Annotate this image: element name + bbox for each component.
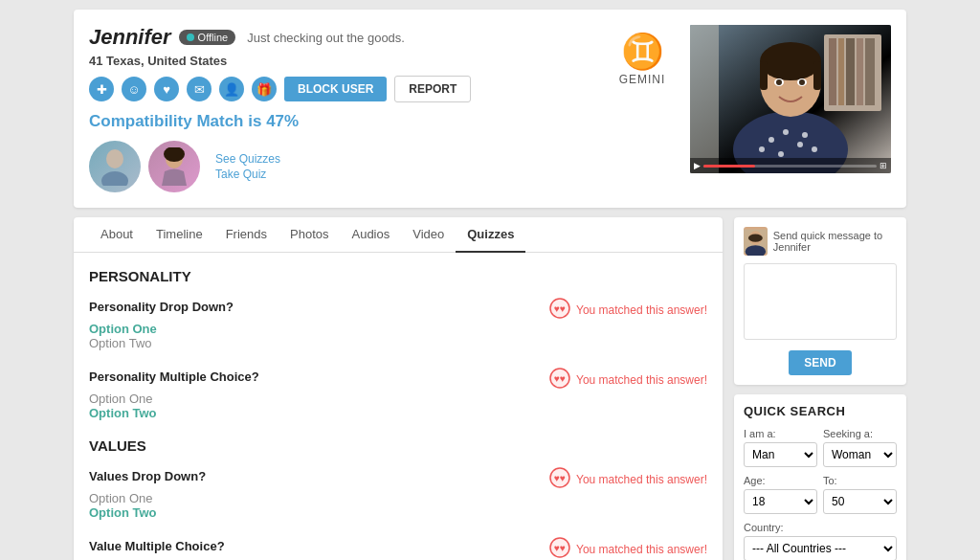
question-label-3: Values Drop Down? [89, 469, 206, 483]
qs-to-select[interactable]: 50 60 [823, 489, 897, 514]
quick-search-title: QUICK SEARCH [744, 404, 897, 418]
qs-country-select[interactable]: --- All Countries --- [744, 536, 897, 560]
svg-rect-8 [838, 38, 844, 105]
msg-avatar [744, 227, 768, 256]
my-avatar [89, 141, 141, 192]
svg-text:♥♥: ♥♥ [554, 303, 566, 314]
status-label: Offline [198, 32, 229, 43]
match-text-2: You matched this answer! [576, 373, 707, 387]
quick-search-box: QUICK SEARCH I am a: Man Woman Seeking a… [734, 394, 906, 560]
svg-point-14 [768, 137, 774, 143]
panel-body: PERSONALITY Personality Drop Down? ♥♥ Yo… [74, 253, 723, 560]
take-quiz-link[interactable]: Take Quiz [215, 168, 280, 181]
svg-point-0 [106, 149, 123, 168]
match-indicator-2: ♥♥ You matched this answer! [549, 368, 707, 392]
match-text-3: You matched this answer! [576, 473, 707, 486]
question-personality-dropdown: Personality Drop Down? ♥♥ You matched th… [89, 298, 707, 350]
question-label-1: Personality Drop Down? [89, 300, 234, 314]
report-button[interactable]: REPORT [394, 76, 471, 102]
status-dot [187, 34, 194, 41]
gift-icon-btn[interactable]: 🎁 [252, 77, 277, 101]
message-input[interactable] [744, 263, 897, 340]
match-icon-2: ♥♥ [549, 368, 570, 392]
profile-location: 41 Texas, United States [89, 54, 594, 68]
svg-point-16 [797, 142, 803, 147]
svg-point-18 [802, 132, 808, 138]
qs-seeking-select[interactable]: Woman Man [823, 442, 897, 467]
svg-point-1 [101, 171, 128, 186]
qs-to-label: To: [823, 475, 897, 486]
tab-quizzes[interactable]: Quizzes [456, 217, 525, 253]
svg-rect-12 [690, 25, 719, 173]
profile-tagline: Just checking out the goods. [247, 31, 405, 45]
qs-iam-select[interactable]: Man Woman [744, 442, 817, 467]
svg-text:♥♥: ♥♥ [554, 373, 566, 384]
tab-video[interactable]: Video [401, 217, 456, 253]
mail-icon-btn[interactable]: ✉ [187, 77, 212, 101]
block-user-button[interactable]: BLOCK USER [284, 77, 387, 101]
svg-point-28 [776, 79, 782, 85]
svg-text:♥♥: ♥♥ [554, 473, 566, 483]
profile-icons: ✚ ☺ ♥ ✉ 👤 🎁 BLOCK USER REPORT [89, 76, 594, 102]
svg-rect-10 [857, 38, 863, 105]
tab-about[interactable]: About [89, 217, 145, 253]
question-label-2: Personality Multiple Choice? [89, 370, 259, 384]
qs-seeking-label: Seeking a: [823, 428, 897, 439]
profile-photo: ▶ ⊞ [690, 25, 891, 173]
heart-icon-btn[interactable]: ♥ [154, 77, 179, 101]
profile-name: Jennifer [89, 25, 171, 50]
smile-icon-btn[interactable]: ☺ [122, 77, 146, 101]
photo-inner [690, 25, 891, 173]
qs-age-row: Age: 18 21 To: 50 60 [744, 475, 897, 514]
svg-point-19 [759, 146, 765, 152]
match-indicator-1: ♥♥ You matched this answer! [549, 298, 707, 322]
qs-iam-field: I am a: Man Woman [744, 428, 817, 467]
question-match-row-2: Personality Multiple Choice? ♥♥ You matc… [89, 368, 707, 392]
quiz-avatars: See Quizzes Take Quiz [89, 141, 594, 192]
svg-point-29 [799, 79, 805, 85]
tab-photos[interactable]: Photos [278, 217, 340, 253]
tabs-bar: About Timeline Friends Photos Audios Vid… [74, 217, 723, 253]
svg-rect-7 [829, 38, 836, 105]
svg-point-20 [812, 146, 817, 152]
match-avatar [148, 141, 200, 192]
tab-audios[interactable]: Audios [340, 217, 401, 253]
tab-friends[interactable]: Friends [214, 217, 278, 253]
question-label-4: Value Multiple Choice? [89, 539, 225, 553]
profile-name-row: Jennifer Offline Just checking out the g… [89, 25, 594, 50]
send-message-button[interactable]: SEND [789, 350, 851, 375]
tab-timeline[interactable]: Timeline [145, 217, 214, 253]
video-controls-bar[interactable]: ▶ ⊞ [690, 158, 891, 173]
left-panel: About Timeline Friends Photos Audios Vid… [74, 217, 723, 560]
question-match-row-1: Personality Drop Down? ♥♥ You matched th… [89, 298, 707, 322]
svg-rect-9 [846, 38, 855, 105]
see-quizzes-link[interactable]: See Quizzes [215, 152, 280, 166]
question-match-row-4: Value Multiple Choice? ♥♥ You matched th… [89, 537, 707, 560]
question-match-row-3: Values Drop Down? ♥♥ You matched this an… [89, 467, 707, 491]
option-one-3: Option One [89, 491, 707, 505]
svg-point-40 [748, 235, 763, 242]
compatibility-text: Compatibility Match is 47% [89, 112, 594, 131]
send-message-label: Send quick message to Jennifer [773, 230, 897, 253]
question-personality-multiple: Personality Multiple Choice? ♥♥ You matc… [89, 368, 707, 420]
option-one-selected-1: Option One [89, 322, 707, 336]
main-content: About Timeline Friends Photos Audios Vid… [74, 217, 906, 560]
svg-text:♥♥: ♥♥ [554, 543, 566, 553]
qs-age-select[interactable]: 18 21 [744, 489, 817, 514]
option-two-1: Option Two [89, 336, 707, 350]
video-progress-fill [703, 165, 755, 168]
video-progress [703, 165, 877, 168]
question-value-multiple: Value Multiple Choice? ♥♥ You matched th… [89, 537, 707, 560]
match-icon-1: ♥♥ [549, 298, 570, 322]
option-two-selected-2: Option Two [89, 406, 707, 420]
zodiac-name: GEMINI [619, 73, 666, 86]
add-icon-btn[interactable]: ✚ [89, 77, 114, 101]
right-panel: Send quick message to Jennifer SEND QUIC… [734, 217, 906, 560]
question-values-dropdown: Values Drop Down? ♥♥ You matched this an… [89, 467, 707, 520]
user-icon-btn[interactable]: 👤 [219, 77, 244, 101]
msg-avatar-svg [744, 227, 768, 256]
zodiac-symbol: ♊ [621, 34, 664, 69]
match-indicator-3: ♥♥ You matched this answer! [549, 467, 707, 491]
svg-rect-25 [813, 61, 821, 90]
svg-point-23 [760, 42, 821, 80]
